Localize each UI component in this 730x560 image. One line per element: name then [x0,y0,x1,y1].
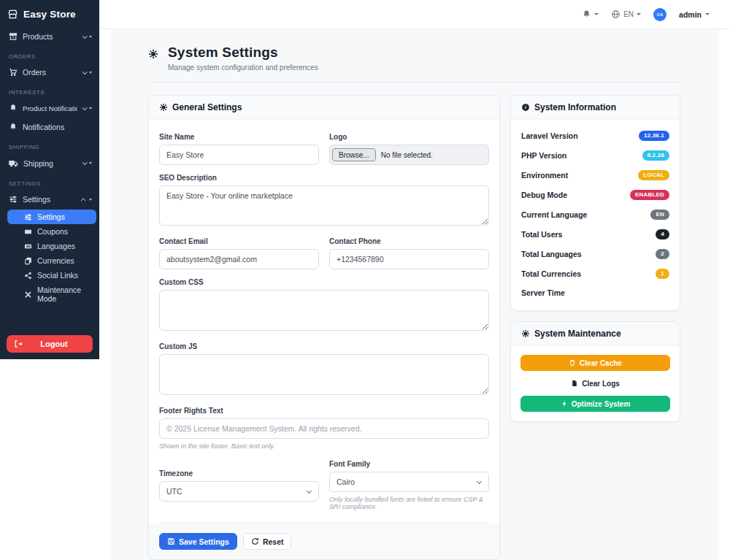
browse-button[interactable]: Browse... [332,148,376,161]
info-row: Current LanguageEN [521,204,669,224]
chevron-up-icon [82,198,92,202]
site-name-input[interactable] [159,145,319,165]
contact-email-input[interactable] [159,249,319,269]
submenu-item-maintenance-mode[interactable]: Maintenance Mode [0,283,99,306]
clear-logs-label: Clear Logs [582,380,620,388]
footer-rights-help: Shown in the site footer. Basic text onl… [159,442,489,450]
footer-rights-label: Footer Rights Text [159,407,489,415]
contact-phone-input[interactable] [329,249,489,269]
sidebar-item-orders[interactable]: Orders [0,63,99,82]
truck-icon [9,158,18,168]
sidebar-item-products[interactable]: Products [0,27,99,46]
total-currencies-badge: 1 [656,269,669,279]
clear-cache-button[interactable]: Clear Cache [520,355,670,371]
info-row: Laravel Version12.36.1 [521,126,669,145]
user-dropdown[interactable]: admin [679,10,710,19]
username-label: admin [679,10,702,19]
submenu-item-label: Settings [37,212,65,221]
logo-file-input[interactable]: Browse... No file selected. [329,145,489,165]
optimize-system-label: Optimize System [572,400,631,408]
seo-description-textarea[interactable]: Easy Store - Your online marketplace [159,185,489,226]
system-information-card: i System Information Laravel Version12.3… [510,95,680,311]
timezone-label: Timezone [159,469,319,477]
save-icon [167,537,175,545]
file-icon [571,380,578,387]
svg-text:i: i [525,104,526,110]
custom-js-textarea[interactable] [159,354,489,395]
footer-rights-input[interactable] [159,418,489,439]
submenu-item-social-links[interactable]: Social Links [0,268,99,283]
laravel-version-badge: 12.36.1 [639,131,669,141]
optimize-system-button[interactable]: Optimize System [520,396,670,412]
notifications-dropdown[interactable] [582,9,599,19]
logout-label: Logout [23,340,85,348]
gear-icon [159,103,168,112]
chevron-down-icon [705,13,710,15]
chevron-down-icon [82,71,92,74]
custom-css-textarea[interactable] [159,290,489,331]
font-family-label: Font Family [329,460,489,468]
tools-icon [24,291,32,299]
submenu-item-label: Coupons [37,227,68,236]
submenu-item-languages[interactable]: AB Languages [0,239,99,253]
brand[interactable]: Easy Store [0,7,99,27]
save-settings-button[interactable]: Save Settings [159,533,237,550]
card-title: General Settings [172,102,242,112]
globe-icon [611,9,620,19]
submenu-item-label: Languages [37,242,75,250]
page-subtitle: Manage system configuration and preferen… [168,64,318,72]
submenu-item-settings[interactable]: Settings [7,210,96,224]
cart-icon [9,68,18,77]
sidebar-item-settings[interactable]: Settings [0,190,99,209]
gear-icon [521,329,530,338]
avatar[interactable]: CA [653,8,666,21]
sliders-icon [9,195,18,204]
language-icon: AB [24,242,32,250]
logout-button[interactable]: Logout [7,335,93,353]
info-row: Total Languages2 [521,244,669,264]
bell-icon [9,104,18,112]
submenu-item-coupons[interactable]: Coupons [0,224,99,239]
sidebar-item-notifications[interactable]: Notifications [0,118,99,137]
font-family-help: Only locally bundled fonts are listed to… [329,496,489,510]
chevron-down-icon [477,479,482,484]
current-language-badge: EN [650,210,669,220]
sidebar-item-label: Orders [23,68,77,77]
sidebar-item-label: Products [23,32,77,41]
submenu-item-currencies[interactable]: Currencies [0,253,99,268]
environment-badge: LOCAL [638,170,669,180]
system-maintenance-header: System Maintenance [511,322,680,346]
general-settings-header: General Settings [149,96,499,120]
chevron-down-icon [82,161,92,165]
info-row: PHP Version8.2.28 [521,145,669,165]
brand-label: Easy Store [23,9,76,20]
chevron-down-icon [594,13,599,15]
reset-button[interactable]: Reset [243,533,292,550]
sidebar-item-product-notifications[interactable]: Product Notifications [0,99,99,118]
sliders-icon [24,213,32,221]
contact-phone-label: Contact Phone [329,237,489,245]
svg-text:AB: AB [26,245,31,248]
system-information-body: Laravel Version12.36.1 PHP Version8.2.28… [511,120,680,310]
info-row: Total Users4 [521,224,669,244]
bell-icon [9,123,18,131]
section-label-settings: SETTINGS [0,173,99,190]
clear-cache-label: Clear Cache [580,359,622,367]
timezone-select[interactable]: UTC [159,481,319,502]
language-dropdown[interactable]: EN [611,9,641,19]
reset-label: Reset [263,537,284,546]
info-row: Server Time [521,283,669,302]
coupon-icon [24,228,32,236]
settings-submenu: Settings Coupons AB Languages Currencies [0,209,99,309]
php-version-badge: 8.2.28 [642,150,669,161]
card-title: System Maintenance [534,329,621,339]
submenu-item-label: Social Links [37,271,78,280]
save-settings-label: Save Settings [179,537,229,546]
page-header: System Settings Manage system configurat… [111,29,719,72]
font-family-select[interactable]: Cairo [329,472,489,492]
form-footer: Save Settings Reset [149,523,499,559]
file-status-text: No file selected. [381,151,433,159]
general-settings-card: General Settings Site Name Logo Browse..… [148,95,500,560]
sidebar-item-shipping[interactable]: Shipping [0,153,99,173]
clear-logs-button[interactable]: Clear Logs [520,375,670,391]
